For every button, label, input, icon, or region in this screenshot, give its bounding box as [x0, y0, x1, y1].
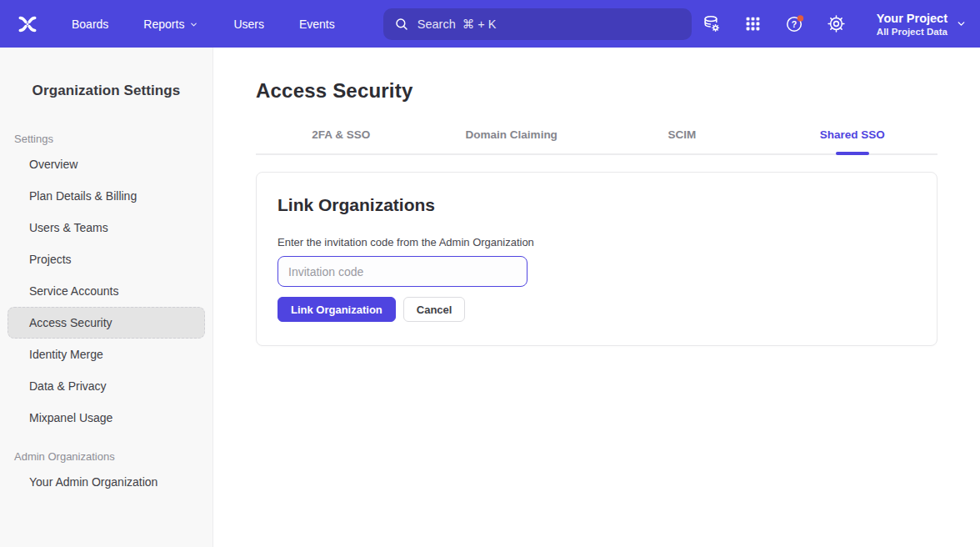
settings-sidebar: Organization Settings Settings Overview … [0, 48, 213, 547]
search-icon [394, 17, 409, 32]
card-actions: Link Organization Cancel [278, 297, 916, 322]
card-title: Link Organizations [278, 195, 916, 215]
tab-domain-claiming[interactable]: Domain Claiming [427, 128, 598, 153]
nav-item-label: Boards [72, 18, 108, 31]
page-body: Organization Settings Settings Overview … [0, 48, 980, 547]
page-title: Access Security [256, 79, 938, 103]
sidebar-item-service-accounts[interactable]: Service Accounts [0, 275, 212, 307]
nav-item-reports[interactable]: Reports [143, 18, 198, 31]
help-icon[interactable]: ? [785, 14, 805, 34]
active-tab-indicator [836, 152, 869, 155]
sidebar-item-identity-merge[interactable]: Identity Merge [0, 339, 212, 370]
tab-shared-sso[interactable]: Shared SSO [768, 128, 938, 153]
nav-item-label: Events [299, 18, 335, 31]
apps-grid-icon[interactable] [743, 14, 763, 34]
link-organization-button[interactable]: Link Organization [278, 297, 396, 322]
sidebar-item-plan-details-billing[interactable]: Plan Details & Billing [0, 180, 212, 212]
search-input[interactable] [418, 18, 681, 31]
sidebar-item-data-privacy[interactable]: Data & Privacy [0, 370, 212, 402]
global-search[interactable] [383, 8, 692, 40]
nav-item-label: Reports [143, 18, 184, 31]
sidebar-item-users-teams[interactable]: Users & Teams [0, 212, 212, 243]
settings-gear-icon[interactable] [827, 14, 847, 34]
nav-item-events[interactable]: Events [299, 18, 335, 31]
data-management-icon[interactable] [702, 14, 722, 34]
navbar-right: ? Your Project All Project Data [702, 11, 967, 38]
mixpanel-logo-icon[interactable] [15, 12, 40, 37]
nav-item-users[interactable]: Users [233, 18, 264, 31]
chevron-down-icon [956, 18, 967, 29]
top-navbar: Boards Reports Users Events [0, 0, 980, 48]
sidebar-item-overview[interactable]: Overview [0, 148, 212, 180]
invitation-code-description: Enter the invitation code from the Admin… [278, 236, 916, 248]
project-name: Your Project [877, 11, 948, 26]
project-text: Your Project All Project Data [877, 11, 948, 38]
tab-scim[interactable]: SCIM [597, 128, 768, 153]
cancel-button[interactable]: Cancel [403, 297, 466, 322]
nav-item-boards[interactable]: Boards [72, 18, 108, 31]
sidebar-section-admin-organizations: Admin Organizations [14, 450, 212, 463]
sidebar-section-settings: Settings [14, 133, 212, 145]
sidebar-item-mixpanel-usage[interactable]: Mixpanel Usage [0, 402, 212, 434]
sidebar-item-your-admin-organization[interactable]: Your Admin Organization [0, 466, 212, 498]
sidebar-item-access-security[interactable]: Access Security [8, 307, 205, 339]
svg-text:?: ? [792, 19, 797, 29]
tab-2fa-sso[interactable]: 2FA & SSO [256, 128, 427, 153]
link-organizations-card: Link Organizations Enter the invitation … [256, 172, 938, 346]
chevron-down-icon [189, 20, 198, 29]
sidebar-item-projects[interactable]: Projects [0, 243, 212, 275]
project-switcher[interactable]: Your Project All Project Data [877, 11, 967, 38]
invitation-code-input[interactable] [278, 256, 528, 287]
navbar-links: Boards Reports Users Events [72, 18, 335, 31]
main-content: Access Security 2FA & SSO Domain Claimin… [213, 48, 980, 547]
tab-label: Shared SSO [820, 128, 885, 141]
project-subtitle: All Project Data [877, 26, 948, 38]
nav-item-label: Users [233, 18, 264, 31]
sidebar-title: Organization Settings [0, 83, 212, 99]
tab-bar: 2FA & SSO Domain Claiming SCIM Shared SS… [256, 128, 938, 155]
